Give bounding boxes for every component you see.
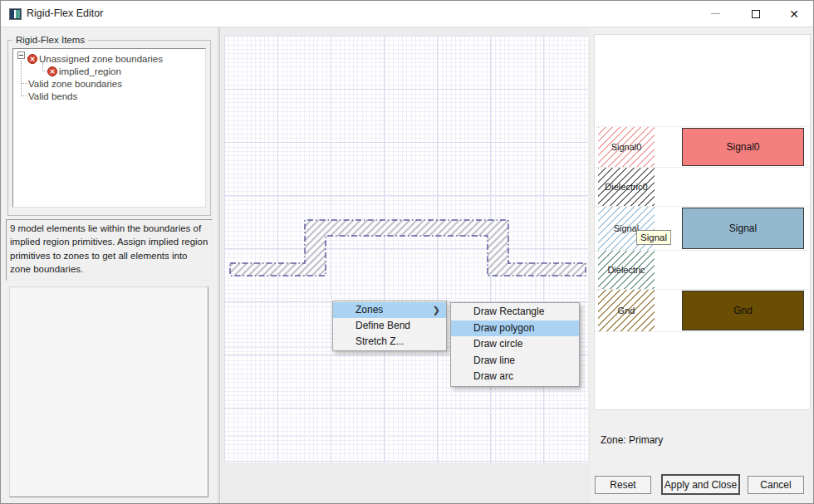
layer-swatch[interactable]: Dielectric	[598, 251, 655, 289]
layer-rect[interactable]: Gnd	[682, 291, 804, 330]
context-menu: Zones ❯ Define Bend Stretch Z...	[332, 301, 447, 351]
layer-row-dielectric0: Dielectric0	[595, 168, 810, 207]
menu-item-label: Draw line	[473, 355, 515, 366]
menu-item-draw-circle[interactable]: Draw circle	[451, 336, 579, 353]
layer-swatch[interactable]: Gnd	[598, 290, 655, 331]
layer-row-signal: Signal Signal	[595, 207, 810, 251]
tree-item-valid-zone-boundaries[interactable]: Valid zone boundaries	[28, 77, 122, 90]
tree-item-label: Valid bends	[28, 91, 77, 101]
layer-rect[interactable]: Signal	[682, 208, 804, 249]
reset-button[interactable]: Reset	[595, 476, 651, 494]
left-panel: Rigid-Flex Items ✕ Unassigned zone bound…	[1, 27, 218, 504]
maximize-icon	[752, 10, 760, 18]
zone-boundary-layer	[224, 36, 588, 463]
menu-item-stretch-z[interactable]: Stretch Z...	[333, 334, 446, 350]
layer-swatch-label: Dielectric	[607, 265, 645, 275]
tree-expander-minus[interactable]	[17, 51, 25, 59]
title-bar: Rigid-Flex Editor ✕	[1, 1, 813, 27]
menu-item-draw-arc[interactable]: Draw arc	[451, 369, 579, 385]
zones-submenu: Draw Rectangle Draw polygon Draw circle …	[450, 302, 580, 387]
menu-item-zones[interactable]: Zones ❯	[333, 302, 446, 318]
layer-swatch[interactable]: Dielectric0	[598, 168, 655, 206]
menu-item-label: Draw arc	[473, 370, 513, 382]
groupbox-title: Rigid-Flex Items	[12, 35, 88, 45]
menu-item-label: Zones	[356, 304, 383, 316]
menu-item-draw-line[interactable]: Draw line	[451, 353, 579, 369]
window-title: Rigid-Flex Editor	[27, 7, 103, 19]
tree-connector	[22, 95, 27, 96]
layer-rect[interactable]: Signal0	[682, 128, 804, 166]
layer-rect-label: Signal	[729, 223, 757, 234]
app-icon	[9, 8, 22, 20]
layer-row-dielectric: Dielectric	[595, 251, 810, 290]
layer-swatch-label: Signal	[614, 223, 640, 233]
menu-item-label: Draw polygon	[473, 322, 534, 334]
minimize-button[interactable]	[698, 1, 733, 27]
layer-tooltip: Signal	[636, 230, 671, 245]
maximize-button[interactable]	[738, 1, 773, 27]
menu-item-label: Stretch Z...	[356, 335, 405, 347]
menu-item-draw-polygon[interactable]: Draw polygon	[451, 321, 579, 337]
tree-item-label: Valid zone boundaries	[28, 79, 122, 89]
drawing-canvas[interactable]	[224, 36, 588, 463]
menu-item-label: Define Bend	[356, 320, 410, 331]
layer-swatch-label: Signal0	[611, 142, 642, 152]
menu-item-label: Draw Rectangle	[473, 306, 544, 317]
apply-and-close-button[interactable]: Apply and Close	[661, 474, 740, 495]
zone-label: Zone: Primary	[601, 434, 663, 446]
validation-message: 9 model elements lie within the boundari…	[6, 219, 213, 281]
menu-item-define-bend[interactable]: Define Bend	[333, 318, 446, 334]
close-icon: ✕	[789, 7, 799, 21]
details-panel	[9, 286, 208, 497]
layer-swatch-label: Dielectric0	[605, 182, 647, 192]
tree-item-unassigned-zone-boundaries[interactable]: ✕ Unassigned zone boundaries	[27, 52, 163, 65]
error-icon: ✕	[27, 54, 37, 64]
tree-item-implied-region[interactable]: ✕ implied_region	[47, 65, 121, 77]
tree-connector	[22, 83, 27, 84]
implied-region-shape[interactable]	[230, 220, 586, 276]
tree-connector	[21, 61, 22, 95]
rigid-flex-editor-window: Rigid-Flex Editor ✕ Rigid-Flex Items ✕ U…	[0, 0, 814, 504]
submenu-arrow-icon: ❯	[433, 302, 440, 318]
tree-item-valid-bends[interactable]: Valid bends	[28, 90, 77, 102]
layer-swatch-label: Gnd	[618, 306, 635, 316]
layer-swatch[interactable]: Signal0	[598, 127, 655, 167]
cancel-button[interactable]: Cancel	[748, 476, 804, 494]
layer-rect-label: Signal0	[726, 141, 759, 153]
rigid-flex-items-tree[interactable]: ✕ Unassigned zone boundaries ✕ implied_r…	[12, 48, 206, 208]
stackup-panel: Signal0 Signal0 Dielectric0 Signal Signa…	[594, 34, 811, 410]
menu-item-draw-rectangle[interactable]: Draw Rectangle	[451, 304, 579, 321]
canvas-area	[219, 27, 591, 504]
menu-item-label: Draw circle	[473, 338, 522, 350]
tree-item-label: Unassigned zone boundaries	[39, 54, 163, 64]
layer-row-signal0: Signal0 Signal0	[595, 126, 810, 168]
close-button[interactable]: ✕	[777, 1, 812, 27]
tree-item-label: implied_region	[59, 66, 121, 76]
layer-row-gnd: Gnd Gnd	[595, 290, 810, 332]
minimize-icon	[711, 13, 720, 14]
error-icon: ✕	[47, 66, 57, 76]
layer-rect-label: Gnd	[733, 305, 753, 316]
